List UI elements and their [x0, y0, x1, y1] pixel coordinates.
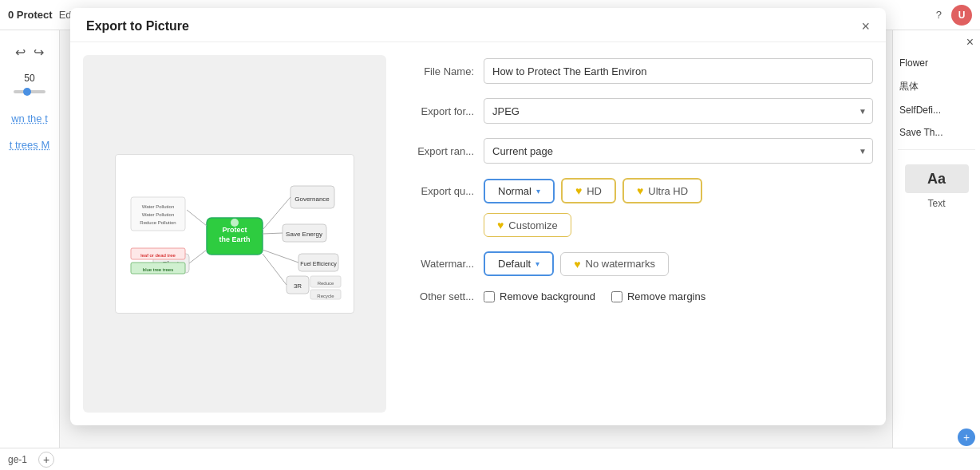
form-panel: File Name: Export for... JPEG PNG PDF SV… [402, 55, 873, 413]
export-dialog: Export to Picture × Protect the Earth Go… [70, 8, 886, 425]
add-page-button[interactable]: + [38, 452, 54, 468]
undo-redo-group: ↩ ↪ [14, 43, 45, 61]
page-label: ge-1 [8, 454, 27, 465]
preview-panel: Protect the Earth Governance Save Energy… [83, 55, 386, 413]
mindmap-preview-svg: Protect the Earth Governance Save Energy… [123, 162, 346, 306]
svg-text:3R: 3R [294, 282, 302, 290]
svg-text:Save Energy: Save Energy [286, 231, 322, 238]
zoom-control: 50 [24, 73, 34, 84]
quality-customize-button[interactable]: ♥ Customize [484, 213, 571, 237]
other-settings-row: Other sett... Remove background Remove m… [402, 290, 873, 302]
svg-text:Reduce Pollution: Reduce Pollution [140, 220, 176, 225]
watermark-label: Watermar... [402, 258, 474, 270]
avatar[interactable]: U [951, 5, 972, 26]
app-title: 0 Protect [8, 9, 53, 21]
right-panel-text-section: Aa Text [898, 164, 975, 209]
dialog-header: Export to Picture × [70, 8, 886, 42]
svg-line-9 [263, 233, 283, 234]
remove-background-checkbox-group[interactable]: Remove background [484, 290, 595, 302]
export-range-select-wrapper: Current page All pages Selection ▼ [484, 138, 873, 164]
export-quality-label: Export qu... [402, 185, 474, 197]
svg-text:leaf or dead tree: leaf or dead tree [140, 253, 176, 258]
svg-text:Water Pollution: Water Pollution [142, 204, 174, 209]
export-quality-row: Export qu... Normal ▾ ♥ HD ♥ Ultra HD [402, 178, 873, 237]
quality-ultrahd-heart-icon: ♥ [637, 184, 643, 197]
right-panel-divider [898, 149, 975, 150]
page-indicator: ge-1 + [8, 452, 54, 468]
watermark-none-heart-icon: ♥ [574, 258, 580, 271]
dialog-title: Export to Picture [86, 19, 189, 34]
redo-button[interactable]: ↪ [32, 43, 45, 61]
quality-ultrahd-button[interactable]: ♥ Ultra HD [622, 178, 702, 203]
dialog-close-button[interactable]: × [861, 19, 870, 34]
other-settings-label: Other sett... [402, 290, 474, 302]
remove-background-label: Remove background [500, 290, 595, 302]
customize-heart-icon: ♥ [497, 219, 504, 231]
customize-label: Customize [508, 219, 557, 231]
quality-group: Normal ▾ ♥ HD ♥ Ultra HD [484, 178, 702, 203]
zoom-thumb[interactable] [23, 88, 31, 96]
watermark-none-label: No watermarks [586, 258, 655, 270]
bottom-bar: ge-1 + [0, 448, 980, 470]
zoom-bar[interactable] [14, 90, 45, 93]
right-panel-close-button[interactable]: × [966, 35, 974, 49]
svg-text:blue tree trees: blue tree trees [143, 267, 173, 272]
filename-label: File Name: [402, 65, 474, 77]
remove-margins-label: Remove margins [627, 290, 705, 302]
svg-text:the Earth: the Earth [219, 235, 250, 243]
svg-line-15 [189, 250, 207, 263]
right-panel-item-selfdefi[interactable]: SelfDefi... [898, 101, 975, 119]
help-icon[interactable]: ? [936, 9, 942, 21]
quality-normal-label: Normal [498, 185, 531, 197]
other-settings-options: Remove background Remove margins [484, 290, 705, 302]
export-format-label: Export for... [402, 105, 474, 117]
export-format-row: Export for... JPEG PNG PDF SVG ▼ [402, 98, 873, 124]
export-range-row: Export ran... Current page All pages Sel… [402, 138, 873, 164]
preview-image: Protect the Earth Governance Save Energy… [115, 154, 354, 314]
export-range-label: Export ran... [402, 145, 474, 157]
svg-line-16 [187, 210, 207, 226]
watermark-none-button[interactable]: ♥ No watermarks [560, 252, 669, 276]
zoom-level: 50 [24, 73, 34, 84]
svg-text:Water Pollution: Water Pollution [142, 212, 174, 217]
quality-hd-label: HD [587, 185, 602, 197]
watermark-default-button[interactable]: Default ▾ [484, 251, 554, 276]
right-panel-item-saveth[interactable]: Save Th... [898, 124, 975, 141]
filename-input[interactable] [484, 58, 873, 84]
quality-normal-check-icon: ▾ [536, 187, 540, 196]
remove-margins-checkbox-group[interactable]: Remove margins [611, 290, 705, 302]
watermark-default-label: Default [498, 258, 531, 270]
quality-hd-heart-icon: ♥ [575, 184, 582, 197]
right-panel-add-button[interactable]: + [958, 429, 975, 446]
filename-row: File Name: [402, 58, 873, 84]
watermark-group: Default ▾ ♥ No watermarks [484, 251, 669, 276]
remove-margins-checkbox[interactable] [611, 291, 622, 302]
svg-text:Governance: Governance [294, 196, 330, 203]
right-panel-item-flower[interactable]: Flower [898, 54, 975, 72]
watermark-row: Watermar... Default ▾ ♥ No watermarks [402, 251, 873, 276]
svg-text:Protect: Protect [222, 226, 247, 234]
right-panel: × Flower 黒体 SelfDefi... Save Th... Aa Te… [892, 30, 980, 470]
canvas-text1: wn the t [11, 113, 48, 124]
quality-normal-button[interactable]: Normal ▾ [484, 179, 555, 203]
export-format-select[interactable]: JPEG PNG PDF SVG [484, 98, 873, 124]
top-bar-right: ? U [936, 5, 972, 26]
svg-text:Recycle: Recycle [317, 294, 334, 298]
undo-button[interactable]: ↩ [14, 43, 27, 61]
svg-text:Reduce: Reduce [318, 281, 334, 286]
watermark-default-check-icon: ▾ [535, 259, 539, 268]
svg-line-23 [263, 254, 286, 285]
quality-ultrahd-label: Ultra HD [648, 185, 688, 197]
right-panel-item-heiti[interactable]: 黒体 [898, 77, 975, 97]
export-range-select[interactable]: Current page All pages Selection [484, 138, 873, 164]
canvas-sidebar: ↩ ↪ 50 wn the t t trees M [0, 30, 60, 470]
remove-background-checkbox[interactable] [484, 291, 495, 302]
quality-hd-button[interactable]: ♥ HD [561, 178, 616, 203]
svg-text:Fuel Efficiency: Fuel Efficiency [300, 261, 337, 267]
text-label: Text [927, 198, 945, 209]
export-format-select-wrapper: JPEG PNG PDF SVG ▼ [484, 98, 873, 124]
svg-point-3 [231, 219, 239, 227]
aa-box[interactable]: Aa [905, 164, 969, 193]
dialog-body: Protect the Earth Governance Save Energy… [70, 42, 886, 425]
canvas-text2: t trees M [10, 139, 50, 151]
